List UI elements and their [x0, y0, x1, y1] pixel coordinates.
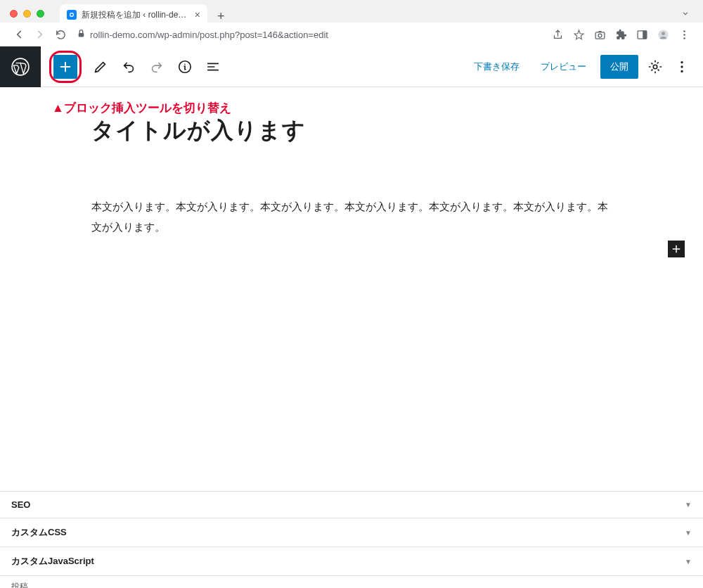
browser-chrome: 新規投稿を追加 ‹ rollin-demo — × + rollin-demo.… [0, 0, 703, 46]
svg-point-3 [598, 34, 602, 37]
svg-point-15 [681, 65, 683, 68]
svg-point-0 [70, 13, 74, 17]
camera-icon[interactable] [593, 28, 606, 41]
panel-title: カスタムCSS [11, 526, 67, 539]
undo-button[interactable] [120, 58, 138, 76]
svg-point-7 [662, 32, 665, 35]
back-button[interactable] [13, 28, 25, 41]
profile-icon[interactable] [657, 28, 669, 41]
list-view-button[interactable] [204, 58, 222, 76]
editor-toolbar: 下書き保存 プレビュー 公開 [0, 46, 703, 87]
window-close-button[interactable] [10, 10, 18, 18]
chevron-down-icon: ▼ [685, 558, 692, 565]
inserter-highlight [49, 51, 82, 83]
forward-button[interactable] [34, 28, 46, 41]
star-icon[interactable] [572, 28, 585, 41]
panel-custom-css[interactable]: カスタムCSS ▼ [0, 518, 703, 547]
reload-button[interactable] [55, 29, 67, 41]
panel-title: SEO [11, 499, 30, 510]
svg-rect-1 [79, 33, 84, 37]
chevron-down-icon: ▼ [685, 529, 692, 537]
wordpress-logo-button[interactable] [0, 46, 41, 87]
svg-rect-2 [595, 32, 605, 38]
publish-button[interactable]: 公開 [600, 55, 638, 79]
preview-button[interactable]: プレビュー [534, 56, 593, 77]
window-zoom-button[interactable] [37, 10, 44, 18]
svg-point-14 [681, 60, 683, 63]
panel-title: カスタムJavaScript [11, 555, 94, 568]
redo-button[interactable] [148, 58, 166, 76]
post-title[interactable]: タイトルが入ります [91, 115, 703, 146]
annotation-label: ▲ブロック挿入ツールを切り替え [52, 100, 231, 116]
svg-point-9 [683, 34, 685, 36]
tab-favicon-icon [67, 10, 77, 20]
footer-label: 投稿 [11, 582, 28, 588]
chrome-menu-icon[interactable] [678, 28, 690, 41]
address-bar[interactable]: rollin-demo.com/wp-admin/post.php?post=1… [90, 30, 547, 40]
panel-custom-js[interactable]: カスタムJavaScript ▼ [0, 547, 703, 575]
browser-tab[interactable]: 新規投稿を追加 ‹ rollin-demo — × [60, 4, 207, 25]
svg-point-16 [681, 70, 683, 72]
new-tab-button[interactable]: + [217, 9, 225, 24]
address-bar-row: rollin-demo.com/wp-admin/post.php?post=1… [0, 23, 703, 46]
tab-title: 新規投稿を追加 ‹ rollin-demo — [82, 9, 191, 21]
panel-seo[interactable]: SEO ▼ [0, 491, 703, 518]
more-menu-button[interactable] [672, 57, 692, 77]
svg-rect-5 [643, 30, 647, 38]
settings-button[interactable] [645, 57, 665, 77]
tabs-dropdown-icon[interactable] [681, 8, 690, 20]
svg-point-10 [683, 37, 685, 39]
extensions-icon[interactable] [614, 28, 627, 41]
edit-tool-button[interactable] [91, 58, 110, 76]
block-inserter-button[interactable] [53, 55, 77, 79]
footer-item[interactable]: 投稿 [0, 575, 703, 588]
save-draft-button[interactable]: 下書き保存 [467, 56, 527, 77]
share-icon[interactable] [551, 28, 564, 41]
editor-content: ▲ブロック挿入ツールを切り替え タイトルが入ります 本文が入ります。本文が入りま… [0, 87, 703, 491]
add-block-button[interactable] [668, 241, 685, 257]
details-button[interactable] [176, 58, 194, 76]
tab-close-icon[interactable]: × [195, 9, 200, 20]
svg-point-13 [653, 65, 657, 69]
window-minimize-button[interactable] [23, 10, 31, 18]
chevron-down-icon: ▼ [685, 501, 692, 509]
lock-icon[interactable] [77, 29, 86, 40]
window-controls: 新規投稿を追加 ‹ rollin-demo — × + [0, 0, 703, 23]
post-body[interactable]: 本文が入ります。本文が入ります。本文が入ります。本文が入ります。本文が入ります。… [91, 197, 612, 237]
svg-point-8 [683, 30, 685, 32]
side-panel-icon[interactable] [636, 28, 648, 41]
